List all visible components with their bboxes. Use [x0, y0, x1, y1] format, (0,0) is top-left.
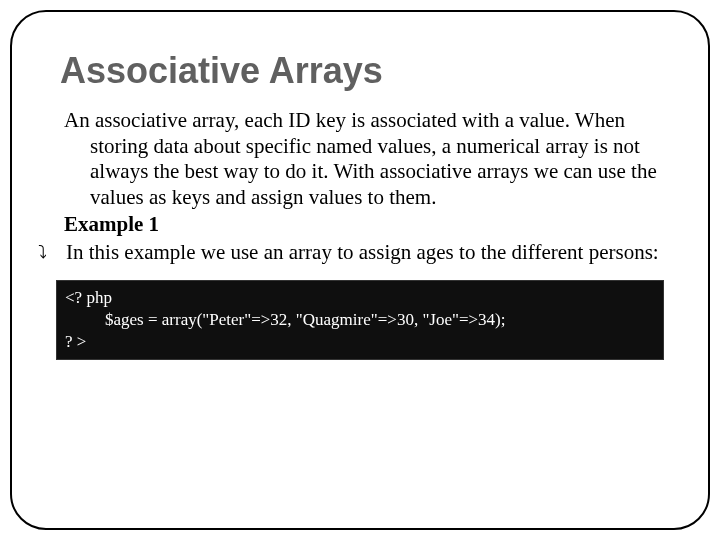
example-label-line: Example 1 [64, 212, 660, 238]
example-label: Example 1 [64, 212, 159, 236]
paragraph-main: An associative array, each ID key is ass… [64, 108, 660, 210]
code-block: <? php $ages = array("Peter"=>32, "Quagm… [56, 280, 664, 360]
code-close: ? > [65, 331, 655, 353]
body-text-block: An associative array, each ID key is ass… [60, 108, 660, 266]
example-intro-text: In this example we use an array to assig… [66, 240, 659, 264]
paragraph-text: An associative array, each ID key is ass… [64, 108, 660, 210]
slide-title: Associative Arrays [60, 50, 660, 92]
code-open: <? php [65, 287, 655, 309]
slide-frame: Associative Arrays An associative array,… [10, 10, 710, 530]
code-body: $ages = array("Peter"=>32, "Quagmire"=>3… [65, 309, 655, 331]
example-intro-line: ⤵In this example we use an array to assi… [64, 240, 660, 266]
